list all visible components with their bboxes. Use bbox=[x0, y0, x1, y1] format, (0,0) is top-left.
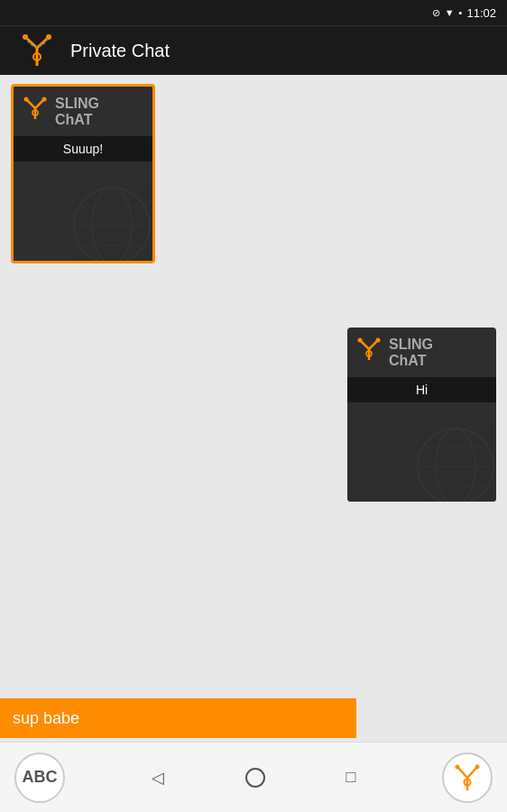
sling-logo-right-msg bbox=[356, 337, 382, 362]
message-bubble-left: SLINGChAT Suuup! bbox=[11, 84, 155, 263]
input-text-value: sup babe bbox=[13, 709, 79, 728]
status-bar: ⊘ ▼ ▪ 11:02 bbox=[0, 0, 507, 25]
svg-point-9 bbox=[24, 97, 29, 102]
bottom-nav: ABC ◁ □ bbox=[0, 742, 507, 812]
sling-chat-label-right: SLINGChAT bbox=[389, 337, 433, 368]
message-body-right bbox=[347, 402, 496, 502]
svg-point-12 bbox=[74, 188, 150, 261]
svg-point-10 bbox=[42, 97, 47, 102]
no-sim-icon: ⊘ bbox=[432, 7, 440, 19]
sling-button[interactable] bbox=[442, 752, 493, 803]
status-icons: ⊘ ▼ ▪ 11:02 bbox=[432, 6, 496, 20]
svg-point-24 bbox=[436, 429, 475, 502]
message-input[interactable]: sup babe bbox=[0, 698, 356, 738]
battery-icon: ▪ bbox=[459, 7, 463, 18]
sling-nav-icon bbox=[451, 761, 484, 794]
chat-area: SLINGChAT Suuup! bbox=[0, 75, 507, 634]
message-header-left: SLINGChAT bbox=[14, 87, 152, 133]
globe-watermark-right bbox=[410, 421, 496, 502]
sling-logo-header bbox=[14, 28, 60, 73]
keyboard-label: ABC bbox=[23, 768, 58, 787]
sling-chat-label-left: SLINGChAT bbox=[55, 96, 99, 127]
input-area[interactable]: sup babe bbox=[0, 697, 507, 740]
svg-point-32 bbox=[475, 764, 480, 769]
message-bubble-right: SLINGChAT Hi bbox=[347, 328, 496, 502]
globe-watermark-left bbox=[67, 180, 152, 261]
message-body-left bbox=[14, 161, 152, 261]
message-text-right: Hi bbox=[347, 377, 496, 402]
home-button[interactable] bbox=[245, 768, 265, 788]
recents-button[interactable]: □ bbox=[346, 768, 356, 787]
sling-logo-left-msg bbox=[23, 96, 48, 121]
message-text-left: Suuup! bbox=[14, 136, 152, 161]
keyboard-button[interactable]: ABC bbox=[14, 752, 65, 803]
status-time: 11:02 bbox=[466, 6, 496, 20]
svg-point-20 bbox=[358, 338, 363, 343]
svg-point-13 bbox=[92, 188, 132, 261]
message-header-right: SLINGChAT bbox=[347, 328, 496, 374]
page-title: Private Chat bbox=[70, 41, 170, 61]
svg-point-31 bbox=[456, 764, 460, 769]
svg-point-23 bbox=[418, 429, 493, 502]
wifi-icon: ▼ bbox=[445, 7, 455, 18]
top-bar: Private Chat bbox=[0, 25, 507, 75]
svg-point-21 bbox=[376, 338, 381, 343]
back-button[interactable]: ◁ bbox=[152, 768, 164, 788]
